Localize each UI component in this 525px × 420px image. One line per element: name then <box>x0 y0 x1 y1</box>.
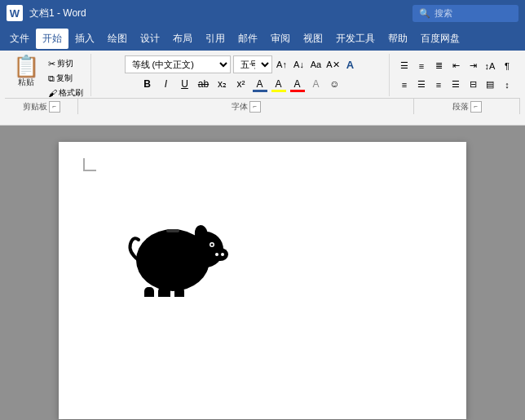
copy-button[interactable]: ⧉ 复制 <box>46 72 86 85</box>
font-expand-button[interactable]: ⌐ <box>249 101 261 113</box>
paste-icon: 📋 <box>13 55 39 77</box>
font-color-button[interactable]: A <box>251 75 269 93</box>
align-right-button[interactable]: ≡ <box>430 77 447 93</box>
title-bar: W 文档1 - Word 🔍 搜索 <box>0 0 525 26</box>
highlight-color-button[interactable]: A <box>270 75 288 93</box>
strikethrough-button[interactable]: ab <box>195 75 213 93</box>
ribbon-labels: 剪贴板 ⌐ 字体 ⌐ 段落 ⌐ <box>5 98 520 114</box>
word-logo: W <box>7 5 23 21</box>
menu-developer[interactable]: 开发工具 <box>329 29 382 49</box>
search-box[interactable]: 🔍 搜索 <box>412 5 518 22</box>
bullets-button[interactable]: ☰ <box>396 58 412 74</box>
menu-view[interactable]: 视图 <box>297 29 329 49</box>
svg-point-6 <box>211 244 214 246</box>
paragraph-group: ☰ ≡ ≣ ⇤ ⇥ ↕A ¶ ≡ ☰ ≡ ☰ ⊟ ▤ ↕ <box>391 54 520 96</box>
font-family-select[interactable]: 等线 (中文正文) <box>125 55 231 73</box>
app-title: 文档1 - Word <box>29 7 86 20</box>
menu-home[interactable]: 开始 <box>36 29 68 49</box>
bold-button[interactable]: B <box>139 75 157 93</box>
shrink-font-button[interactable]: A↓ <box>292 57 307 72</box>
menu-layout[interactable]: 布局 <box>166 29 199 49</box>
text-color-a-button[interactable]: A <box>307 75 325 93</box>
svg-point-3 <box>215 253 218 256</box>
line-spacing-button[interactable]: ↕ <box>499 77 515 93</box>
decrease-indent-button[interactable]: ⇤ <box>448 58 464 74</box>
column-button[interactable]: ▤ <box>482 77 498 93</box>
cut-button[interactable]: ✂ 剪切 <box>46 57 86 70</box>
change-case-button[interactable]: Aa <box>309 57 324 72</box>
italic-button[interactable]: I <box>157 75 175 93</box>
font-group: 等线 (中文正文) 五号 A↑ A↓ Aa A✕ A B I U ab x₂ x <box>93 54 390 96</box>
clipboard-label: 剪贴板 ⌐ <box>5 99 78 114</box>
menu-help[interactable]: 帮助 <box>382 29 414 49</box>
cut-icon: ✂ <box>48 59 55 69</box>
document-area <box>0 126 525 420</box>
menu-draw[interactable]: 绘图 <box>101 29 134 49</box>
increase-indent-button[interactable]: ⇥ <box>465 58 481 74</box>
menu-file[interactable]: 文件 <box>3 29 36 49</box>
clear-format-button[interactable]: A✕ <box>326 57 341 72</box>
paragraph-label: 段落 ⌐ <box>414 99 520 114</box>
menu-design[interactable]: 设计 <box>134 29 166 49</box>
menu-bar: 文件 开始 插入 绘图 设计 布局 引用 邮件 审阅 视图 开发工具 帮助 百度… <box>0 26 525 51</box>
piggy-bank-svg <box>124 207 230 297</box>
emoji-button[interactable]: ☺ <box>326 75 344 93</box>
svg-rect-12 <box>158 287 168 297</box>
svg-rect-11 <box>144 287 154 297</box>
paste-button[interactable]: 📋 粘贴 <box>10 54 42 90</box>
menu-review[interactable]: 审阅 <box>264 29 297 49</box>
font-label: 字体 ⌐ <box>78 99 414 114</box>
paste-label: 粘贴 <box>18 77 34 88</box>
format-painter-icon: 🖌 <box>48 88 57 98</box>
menu-baidu[interactable]: 百度网盘 <box>414 29 466 49</box>
justify-button[interactable]: ☰ <box>448 77 464 93</box>
menu-references[interactable]: 引用 <box>199 29 232 49</box>
text-effect-button[interactable]: A <box>343 57 358 72</box>
multilevel-list-button[interactable]: ≣ <box>430 58 447 74</box>
menu-mail[interactable]: 邮件 <box>232 29 264 49</box>
grow-font-button[interactable]: A↑ <box>275 57 289 72</box>
superscript-button[interactable]: x² <box>232 75 250 93</box>
svg-rect-10 <box>174 287 184 297</box>
svg-rect-8 <box>166 229 179 232</box>
align-left-button[interactable]: ≡ <box>396 77 412 93</box>
svg-point-2 <box>212 248 228 261</box>
numbering-button[interactable]: ≡ <box>413 58 430 74</box>
show-marks-button[interactable]: ¶ <box>499 58 515 74</box>
piggy-bank-image <box>124 207 230 300</box>
align-center-button[interactable]: ☰ <box>413 77 430 93</box>
sort-button[interactable]: ↕A <box>482 58 498 74</box>
page-corner-mark <box>83 158 96 171</box>
paragraph-expand-button[interactable]: ⌐ <box>470 101 482 113</box>
clipboard-expand-button[interactable]: ⌐ <box>49 101 60 113</box>
subscript-button[interactable]: x₂ <box>214 75 232 93</box>
search-icon: 🔍 <box>419 8 430 19</box>
text-color-button[interactable]: A <box>289 75 307 93</box>
ribbon: 📋 粘贴 ✂ 剪切 ⧉ 复制 🖌 格式刷 <box>0 51 525 126</box>
font-size-select[interactable]: 五号 <box>233 55 272 73</box>
clipboard-group: 📋 粘贴 ✂ 剪切 ⧉ 复制 🖌 格式刷 <box>5 54 91 96</box>
copy-icon: ⧉ <box>48 73 55 84</box>
menu-insert[interactable]: 插入 <box>68 29 101 49</box>
distributed-button[interactable]: ⊟ <box>465 77 481 93</box>
search-placeholder: 搜索 <box>435 7 452 20</box>
underline-button[interactable]: U <box>176 75 194 93</box>
svg-point-4 <box>221 253 224 256</box>
document-page[interactable] <box>59 142 466 419</box>
